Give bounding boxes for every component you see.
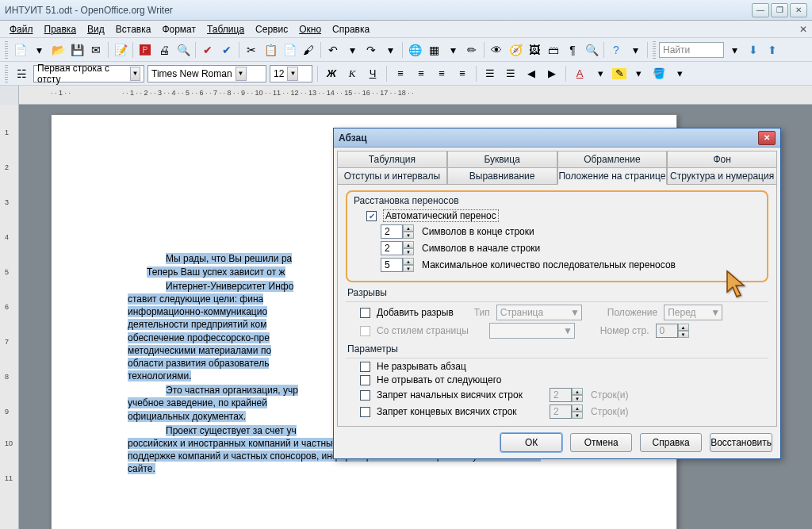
- fontsize-combo[interactable]: 12▼: [270, 65, 312, 82]
- email-icon[interactable]: ✉: [87, 41, 105, 59]
- menu-tools[interactable]: Сервис: [251, 22, 293, 36]
- italic-button[interactable]: К: [343, 65, 361, 82]
- navigator-icon[interactable]: 🧭: [507, 41, 524, 59]
- grip-icon[interactable]: [5, 65, 8, 82]
- indent-inc-icon[interactable]: ▶: [543, 65, 561, 82]
- undo-icon[interactable]: ↶: [324, 41, 342, 59]
- cancel-button[interactable]: Отмена: [570, 433, 632, 452]
- underline-button[interactable]: Ч: [364, 65, 381, 82]
- datasource-icon[interactable]: 🗃: [545, 41, 562, 59]
- widow-checkbox[interactable]: [360, 407, 370, 417]
- insert-break-checkbox[interactable]: [360, 308, 370, 318]
- new-doc-icon[interactable]: 📄: [11, 41, 29, 59]
- menu-format[interactable]: Формат: [157, 22, 201, 36]
- search-input[interactable]: Найти: [659, 42, 724, 58]
- edit-mode-icon[interactable]: 📝: [112, 41, 129, 59]
- max-hyphens-spinner[interactable]: ▲▼: [381, 258, 416, 272]
- redo-icon[interactable]: ↷: [362, 41, 380, 59]
- save-icon[interactable]: 💾: [68, 41, 86, 59]
- font-color-icon[interactable]: А: [571, 65, 588, 82]
- align-center-icon[interactable]: ≡: [412, 65, 430, 82]
- print-icon[interactable]: 🖨: [155, 41, 173, 59]
- reset-button[interactable]: Восстановить: [710, 433, 772, 452]
- nonprint-icon[interactable]: ¶: [564, 41, 581, 59]
- undo-drop-icon[interactable]: ▾: [343, 41, 361, 59]
- dropdown-icon[interactable]: ▾: [30, 41, 48, 59]
- end-chars-input[interactable]: [381, 224, 403, 239]
- align-justify-icon[interactable]: ≡: [454, 65, 471, 82]
- ruler-vertical[interactable]: 1 2 3 4 5 6 7 8 9 10 11: [0, 105, 19, 529]
- tab-dropcaps[interactable]: Буквица: [447, 151, 557, 168]
- menu-view[interactable]: Вид: [82, 22, 109, 36]
- font-combo[interactable]: Times New Roman▼: [147, 65, 266, 82]
- menu-help[interactable]: Справка: [327, 22, 374, 36]
- tab-alignment[interactable]: Выравнивание: [447, 167, 557, 185]
- help-drop-icon[interactable]: ▾: [626, 41, 644, 59]
- menu-insert[interactable]: Вставка: [111, 22, 156, 36]
- align-left-icon[interactable]: ≡: [392, 65, 409, 82]
- search-up-icon[interactable]: ⬆: [764, 41, 781, 59]
- help-button[interactable]: Справка: [640, 433, 702, 452]
- copy-icon[interactable]: 📋: [262, 41, 279, 59]
- paste-icon[interactable]: 📄: [281, 41, 298, 59]
- dialog-close-button[interactable]: ✕: [758, 131, 776, 145]
- zoom-icon[interactable]: 🔍: [583, 41, 600, 59]
- pdf-icon[interactable]: 🅿: [136, 41, 154, 59]
- tab-textflow[interactable]: Положение на странице: [557, 167, 668, 185]
- open-icon[interactable]: 📂: [49, 41, 67, 59]
- indent-dec-icon[interactable]: ◀: [523, 65, 540, 82]
- ruler-horizontal[interactable]: · · 1 · · · · 1 · · 2 · · 3 · · 4 · · 5 …: [0, 86, 812, 105]
- search-down-icon[interactable]: ⬇: [745, 41, 762, 59]
- doc-close-icon[interactable]: ✕: [799, 24, 807, 35]
- draw-icon[interactable]: ✏: [463, 41, 481, 59]
- redo-drop-icon[interactable]: ▾: [381, 41, 399, 59]
- tab-borders[interactable]: Обрамление: [557, 151, 668, 168]
- preview-icon[interactable]: 🔍: [174, 41, 192, 59]
- spellcheck-icon[interactable]: ✔: [199, 41, 216, 59]
- styles-icon[interactable]: ☵: [13, 65, 30, 82]
- start-chars-spinner[interactable]: ▲▼: [381, 241, 416, 255]
- bold-button[interactable]: Ж: [323, 65, 340, 82]
- highlight-icon[interactable]: ✎: [612, 68, 626, 79]
- keep-para-checkbox[interactable]: [360, 362, 370, 372]
- table-drop-icon[interactable]: ▾: [444, 41, 462, 59]
- dialog-titlebar[interactable]: Абзац ✕: [334, 128, 780, 148]
- tab-background[interactable]: Фон: [667, 151, 777, 168]
- numbering-icon[interactable]: ☰: [481, 65, 499, 82]
- grip-icon[interactable]: [5, 41, 8, 59]
- ok-button[interactable]: ОК: [500, 433, 562, 452]
- highlight-drop-icon[interactable]: ▾: [630, 65, 647, 82]
- hyperlink-icon[interactable]: 🌐: [406, 41, 423, 59]
- bgcolor-drop-icon[interactable]: ▾: [671, 65, 688, 82]
- menu-file[interactable]: Файл: [5, 22, 38, 36]
- end-chars-spinner[interactable]: ▲▼: [381, 224, 416, 239]
- bgcolor-icon[interactable]: 🪣: [650, 65, 668, 82]
- find-icon[interactable]: 👁: [488, 41, 505, 59]
- gallery-icon[interactable]: 🖼: [526, 41, 543, 59]
- keep-next-checkbox[interactable]: [360, 375, 370, 385]
- search-drop-icon[interactable]: ▾: [726, 41, 743, 59]
- max-hyphens-input[interactable]: [381, 258, 403, 272]
- bullets-icon[interactable]: ☰: [502, 65, 519, 82]
- tab-outline[interactable]: Структура и нумерация: [667, 167, 777, 185]
- autocheck-icon[interactable]: ✔: [218, 41, 236, 59]
- font-color-drop-icon[interactable]: ▾: [592, 65, 609, 82]
- tab-indents[interactable]: Отступы и интервалы: [337, 167, 447, 185]
- maximize-button[interactable]: ❐: [771, 3, 788, 17]
- style-combo[interactable]: Первая строка с отсту▼: [33, 65, 144, 82]
- align-right-icon[interactable]: ≡: [433, 65, 450, 82]
- auto-hyphen-checkbox[interactable]: [366, 211, 377, 221]
- tab-tabstops[interactable]: Табуляция: [337, 151, 447, 168]
- orphan-checkbox[interactable]: [360, 390, 370, 401]
- table-icon[interactable]: ▦: [425, 41, 442, 59]
- menu-table[interactable]: Таблица: [202, 22, 249, 36]
- menu-edit[interactable]: Правка: [40, 22, 82, 36]
- menu-window[interactable]: Окно: [294, 22, 326, 36]
- minimize-button[interactable]: —: [752, 3, 769, 17]
- grip-icon[interactable]: [653, 41, 656, 59]
- close-button[interactable]: ✕: [790, 3, 807, 17]
- format-paint-icon[interactable]: 🖌: [300, 41, 317, 59]
- help-icon[interactable]: ?: [607, 41, 625, 59]
- start-chars-input[interactable]: [381, 241, 403, 255]
- cut-icon[interactable]: ✂: [243, 41, 260, 59]
